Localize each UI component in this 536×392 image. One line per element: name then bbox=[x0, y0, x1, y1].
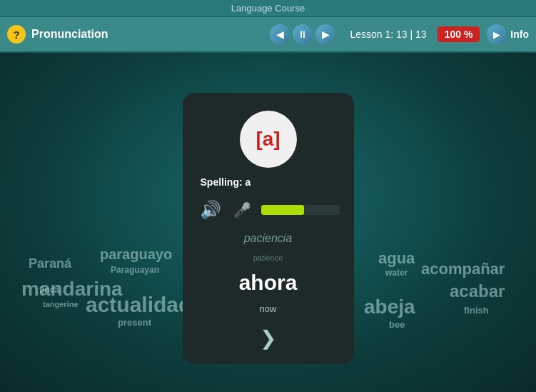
cloud-word: acabar bbox=[450, 282, 505, 301]
nav-controls: ◀ ⏸ ▶ bbox=[270, 24, 335, 44]
mic-button[interactable]: 🎤 bbox=[233, 200, 253, 220]
volume-bar bbox=[261, 205, 340, 215]
home-button[interactable]: ⏸ bbox=[293, 24, 313, 44]
cloud-word: finish bbox=[464, 306, 489, 316]
volume-fill bbox=[261, 205, 305, 215]
cloud-word: present bbox=[118, 318, 151, 328]
audio-controls: 🔊 🎤 bbox=[197, 196, 340, 223]
main-card: [a] Spelling: a 🔊 🎤 paciencia patience a… bbox=[183, 93, 354, 364]
current-translation: now bbox=[260, 303, 277, 314]
help-button[interactable]: ? bbox=[7, 25, 26, 44]
prev-button[interactable]: ◀ bbox=[270, 24, 290, 44]
cloud-word: actualidad bbox=[86, 293, 191, 316]
cloud-word: Paraguayan bbox=[111, 266, 159, 275]
preview-word: paciencia bbox=[244, 232, 293, 245]
cloud-word: finca bbox=[39, 286, 59, 295]
info-button[interactable]: Info bbox=[510, 29, 529, 40]
cloud-word: agua bbox=[378, 250, 415, 267]
phoneme-display: [a] bbox=[240, 111, 297, 168]
cloud-word: mandarina bbox=[21, 278, 123, 301]
toolbar: ? Pronunciation ◀ ⏸ ▶ Lesson 1: 13 | 13 … bbox=[0, 17, 536, 53]
speaker-button[interactable]: 🔊 bbox=[197, 196, 224, 223]
title-bar: Language Course bbox=[0, 0, 536, 17]
section-label: Pronunciation bbox=[31, 28, 270, 41]
lesson-info: Lesson 1: 13 | 13 bbox=[350, 29, 426, 40]
cloud-word: acompañar bbox=[421, 261, 505, 278]
cloud-word: paraguayo bbox=[100, 246, 172, 262]
cloud-word: water bbox=[385, 268, 408, 278]
cloud-word: abeja bbox=[364, 296, 415, 318]
play-button[interactable]: ▶ bbox=[487, 24, 507, 44]
cloud-word: bee bbox=[389, 320, 405, 330]
next-nav-button[interactable]: ▶ bbox=[315, 24, 335, 44]
cloud-word: tangerine bbox=[43, 300, 79, 308]
current-word: ahora bbox=[239, 271, 298, 295]
next-word-button[interactable]: ❯ bbox=[260, 326, 276, 350]
app-title: Language Course bbox=[231, 3, 305, 14]
preview-translation: patience bbox=[253, 253, 283, 262]
play-info-group: ▶ Info bbox=[487, 24, 529, 44]
spelling-label: Spelling: a bbox=[201, 176, 251, 188]
cloud-word: Paraná bbox=[29, 257, 71, 271]
progress-badge: 100 % bbox=[438, 26, 480, 42]
